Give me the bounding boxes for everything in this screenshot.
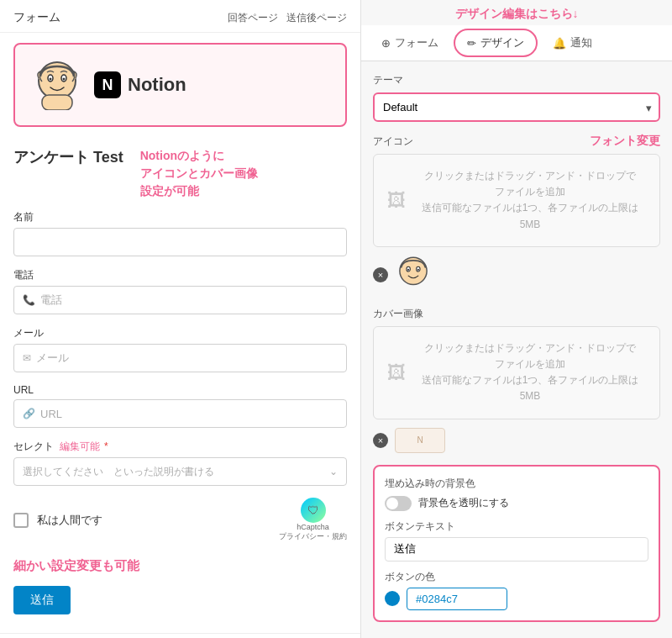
phone-icon: 📞	[23, 294, 35, 306]
email-label: メール	[13, 326, 347, 340]
header-nav-links: 回答ページ 送信後ページ	[228, 11, 347, 25]
svg-rect-5	[42, 95, 72, 110]
email-icon: ✉	[23, 352, 31, 364]
svg-point-3	[50, 78, 52, 81]
btn-color-input[interactable]: #0284c7	[407, 588, 507, 610]
annotation-line1: Notionのように	[140, 147, 258, 165]
svg-point-6	[400, 257, 427, 284]
url-icon: 🔗	[23, 408, 35, 419]
font-change-annotation: フォント変更	[590, 134, 660, 149]
theme-chevron-icon: ▾	[646, 101, 652, 113]
upload-image-icon: 🖼	[387, 186, 406, 215]
svg-point-10	[417, 269, 419, 271]
name-input[interactable]	[13, 228, 347, 256]
toggle-knob	[386, 498, 398, 509]
svg-point-9	[407, 269, 409, 271]
banner-notion-logo: N Notion	[94, 71, 186, 98]
icon-upload-area[interactable]: 🖼 クリックまたはドラッグ・アンド・ドロップで ファイルを追加 送信可能なファイ…	[373, 154, 660, 247]
hcaptcha-logo: 🛡	[301, 498, 326, 523]
form-tab-icon: ⊕	[381, 37, 391, 50]
theme-select-wrapper: Default ▾	[373, 92, 660, 122]
captcha-brand: hCaptcha	[297, 523, 329, 531]
phone-placeholder: 電話	[40, 293, 62, 308]
email-input[interactable]: ✉ メール	[13, 344, 347, 372]
select-required-mark: *	[104, 440, 108, 452]
captcha-badge: 🛡 hCaptcha プライバシー・規約	[279, 498, 347, 542]
captcha-checkbox[interactable]	[13, 513, 29, 528]
uploaded-avatar-preview	[395, 256, 432, 295]
cover-upload-area[interactable]: 🖼 クリックまたはドラッグ・アンド・ドロップで ファイルを追加 送信可能なファイ…	[373, 326, 660, 419]
btn-text-label: ボタンテキスト	[385, 519, 648, 534]
post-submit-page-link[interactable]: 送信後ページ	[286, 11, 347, 25]
phone-field: 電話 📞 電話	[13, 268, 347, 314]
form-banner: N Notion	[13, 43, 347, 127]
remove-icon-button[interactable]: ×	[373, 267, 388, 282]
annotation-line2: アイコンとカバー画像	[140, 165, 258, 182]
upload-line1: クリックまたはドラッグ・アンド・ドロップで	[414, 168, 646, 184]
form-title: アンケート Test	[13, 147, 123, 167]
tab-design[interactable]: ✏ デザイン	[454, 29, 538, 57]
cover-upload-icon: 🖼	[387, 358, 406, 388]
design-tab-icon: ✏	[467, 37, 476, 50]
cover-upload-text: クリックまたはドラッグ・アンド・ドロップで ファイルを追加 送信可能なファイルは…	[414, 340, 646, 405]
captcha-row: 私は人間です 🛡 hCaptcha プライバシー・規約	[13, 498, 347, 542]
email-placeholder: メール	[36, 351, 69, 366]
theme-section-label: テーマ	[373, 73, 660, 87]
notion-icon: N	[94, 71, 121, 98]
color-dot	[385, 591, 400, 606]
select-field: セレクト 編集可能 * 選択してください といった説明が書ける ⌄	[13, 440, 347, 486]
title-annotation: Notionのように アイコンとカバー画像 設定が可能	[140, 147, 258, 200]
icon-section: アイコン フォント変更 🖼 クリックまたはドラッグ・アンド・ドロップで ファイル…	[373, 134, 660, 295]
submit-button[interactable]: 送信	[13, 586, 71, 614]
uploaded-icon-item: ×	[373, 256, 660, 295]
form-footer: ℹ 問い合わせ日時は、Notion側で「作成日時」プロパティを追加するだけです。	[0, 633, 360, 638]
url-label: URL	[13, 384, 347, 396]
left-panel: フォーム 回答ページ 送信後ページ	[0, 0, 361, 638]
top-annotation: デザイン編集はこちら↓	[361, 0, 672, 25]
cover-upload-line3: 送信可能なファイルは1つ、各ファイルの上限は5MB	[414, 372, 646, 404]
submit-area: 送信	[13, 586, 347, 614]
banner-title: Notion	[128, 74, 186, 96]
name-field: 名前	[13, 210, 347, 256]
right-panel: デザイン編集はこちら↓ ⊕ フォーム ✏ デザイン 🔔 通知 テーマ Defau…	[361, 0, 672, 638]
select-input[interactable]: 選択してください といった説明が書ける ⌄	[13, 457, 347, 486]
captcha-annotation-box: 細かい設定変更も可能	[13, 556, 139, 576]
remove-cover-button[interactable]: ×	[373, 433, 388, 448]
uploaded-cover-item: × N	[373, 428, 660, 453]
form-panel-title: フォーム	[13, 10, 60, 25]
captcha-label: 私は人間です	[37, 513, 270, 528]
upload-text: クリックまたはドラッグ・アンド・ドロップで ファイルを追加 送信可能なファイルは…	[414, 168, 646, 233]
tab-notification[interactable]: 🔔 通知	[541, 27, 604, 59]
design-tab-label: デザイン	[480, 35, 524, 50]
notification-tab-icon: 🔔	[553, 37, 566, 50]
name-label: 名前	[13, 210, 347, 224]
annotation-line3: 設定が可能	[140, 182, 258, 200]
upload-line3: 送信可能なファイルは1つ、各ファイルの上限は5MB	[414, 200, 646, 232]
url-input[interactable]: 🔗 URL	[13, 399, 347, 428]
notification-tab-label: 通知	[570, 35, 592, 50]
select-placeholder: 選択してください といった説明が書ける	[23, 465, 214, 479]
icon-section-label: アイコン	[373, 134, 413, 149]
btn-text-input[interactable]: 送信	[385, 537, 648, 562]
banner-avatar	[32, 60, 82, 110]
url-field: URL 🔗 URL	[13, 384, 347, 428]
transparent-bg-toggle[interactable]	[385, 496, 412, 511]
cover-section-label: カバー画像	[373, 307, 660, 321]
form-body: アンケート Test Notionのように アイコンとカバー画像 設定が可能 名…	[0, 137, 360, 625]
uploaded-cover-preview: N	[395, 428, 445, 453]
phone-input[interactable]: 📞 電話	[13, 286, 347, 314]
select-chevron-icon: ⌄	[329, 466, 338, 477]
right-tabs: ⊕ フォーム ✏ デザイン 🔔 通知	[361, 25, 672, 61]
btn-color-label: ボタンの色	[385, 570, 648, 584]
form-title-row: アンケート Test Notionのように アイコンとカバー画像 設定が可能	[13, 147, 347, 200]
select-editable-tag: 編集可能	[60, 440, 100, 452]
answer-page-link[interactable]: 回答ページ	[228, 11, 278, 25]
email-field: メール ✉ メール	[13, 326, 347, 372]
theme-select[interactable]: Default	[373, 92, 660, 122]
tab-form[interactable]: ⊕ フォーム	[370, 27, 450, 59]
url-placeholder: URL	[40, 408, 62, 420]
captcha-annotation: 細かい設定変更も可能	[13, 558, 139, 572]
right-content: テーマ Default ▾ アイコン フォント変更 🖼 クリックまたはドラッグ・…	[361, 61, 672, 638]
select-label: セレクト 編集可能 *	[13, 440, 347, 454]
captcha-sub: プライバシー・規約	[279, 531, 347, 542]
